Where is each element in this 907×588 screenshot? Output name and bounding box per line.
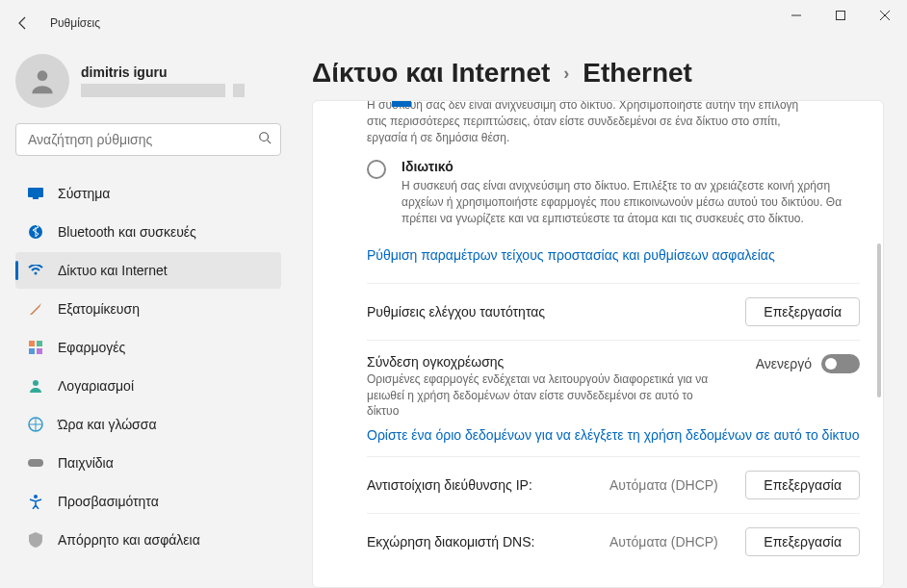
user-name: dimitris iguru bbox=[81, 64, 225, 80]
auth-title: Ρυθμίσεις ελέγχου ταυτότητας bbox=[367, 304, 545, 320]
network-type-private[interactable]: Ιδιωτικό Η συσκευή σας είναι ανιχνεύσιμη… bbox=[367, 159, 860, 226]
shield-icon bbox=[27, 531, 44, 549]
dns-value: Αυτόματα (DHCP) bbox=[609, 534, 734, 550]
dns-edit-button[interactable]: Επεξεργασία bbox=[745, 527, 860, 556]
chevron-right-icon: › bbox=[563, 64, 569, 84]
breadcrumb-parent[interactable]: Δίκτυο και Internet bbox=[312, 58, 550, 89]
svg-rect-1 bbox=[837, 12, 845, 20]
maximize-button[interactable] bbox=[818, 0, 863, 31]
sidebar-item-label: Εφαρμογές bbox=[58, 340, 125, 355]
scrollbar[interactable] bbox=[877, 109, 881, 579]
sidebar-item-label: Σύστημα bbox=[58, 186, 110, 201]
metered-title: Σύνδεση ογκοχρέωσης bbox=[367, 354, 713, 370]
sidebar-item-label: Bluetooth και συσκευές bbox=[58, 224, 196, 240]
breadcrumb: Δίκτυο και Internet › Ethernet bbox=[312, 58, 884, 89]
sidebar-item-system[interactable]: Σύστημα bbox=[15, 175, 281, 212]
search-icon bbox=[258, 131, 272, 148]
sidebar-item-personalize[interactable]: Εξατομίκευση bbox=[15, 291, 281, 327]
sidebar-item-bluetooth[interactable]: Bluetooth και συσκευές bbox=[15, 214, 281, 250]
sidebar-item-network[interactable]: Δίκτυο και Internet bbox=[15, 252, 281, 289]
private-title: Ιδιωτικό bbox=[402, 159, 844, 174]
network-type-public[interactable]: Δημόσιο (συνιστάται) Η συσκευή σας δεν ε… bbox=[338, 100, 860, 145]
radio-selected-icon bbox=[392, 100, 411, 107]
system-icon bbox=[27, 185, 44, 202]
svg-point-13 bbox=[33, 380, 39, 386]
dns-label: Εκχώρηση διακομιστή DNS: bbox=[367, 534, 598, 550]
sidebar-item-label: Ώρα και γλώσσα bbox=[58, 417, 157, 432]
app-title: Ρυθμίσεις bbox=[50, 16, 100, 30]
sidebar-item-label: Προσβασιμότητα bbox=[58, 494, 159, 509]
metered-desc: Ορισμένες εφαρμογές ενδέχεται να λειτουρ… bbox=[367, 371, 713, 420]
svg-rect-11 bbox=[29, 348, 35, 354]
svg-rect-12 bbox=[37, 348, 42, 354]
accessibility-icon bbox=[27, 493, 44, 510]
svg-line-4 bbox=[268, 141, 272, 144]
sidebar-item-label: Απόρρητο και ασφάλεια bbox=[58, 532, 200, 548]
sidebar-item-accessibility[interactable]: Προσβασιμότητα bbox=[15, 483, 281, 520]
apps-icon bbox=[27, 339, 44, 356]
minimize-button[interactable] bbox=[774, 0, 818, 31]
search-input[interactable] bbox=[15, 123, 281, 156]
gaming-icon bbox=[27, 454, 44, 472]
svg-point-8 bbox=[35, 272, 38, 275]
sidebar-item-label: Εξατομίκευση bbox=[58, 301, 140, 317]
private-desc: Η συσκευή σας είναι ανιχνεύσιμη στο δίκτ… bbox=[402, 178, 844, 226]
person-icon bbox=[27, 377, 44, 395]
svg-rect-9 bbox=[29, 341, 35, 346]
metered-toggle[interactable] bbox=[821, 354, 860, 373]
data-limit-link[interactable]: Ορίστε ένα όριο δεδομένων για να ελέγξετ… bbox=[367, 427, 860, 443]
brush-icon bbox=[27, 300, 44, 318]
breadcrumb-current: Ethernet bbox=[583, 58, 692, 89]
bluetooth-icon bbox=[27, 223, 44, 241]
sidebar-item-label: Παιχνίδια bbox=[58, 455, 114, 471]
settings-panel: Δημόσιο (συνιστάται) Η συσκευή σας δεν ε… bbox=[312, 100, 884, 588]
user-info[interactable]: dimitris iguru bbox=[15, 46, 281, 123]
sidebar-item-apps[interactable]: Εφαρμογές bbox=[15, 329, 281, 366]
ip-value: Αυτόματα (DHCP) bbox=[609, 477, 734, 493]
sidebar-item-label: Δίκτυο και Internet bbox=[58, 263, 168, 278]
svg-rect-15 bbox=[28, 459, 43, 467]
close-button[interactable] bbox=[863, 0, 907, 31]
globe-icon bbox=[27, 416, 44, 433]
auth-settings-row: Ρυθμίσεις ελέγχου ταυτότητας Επεξεργασία bbox=[367, 283, 860, 340]
avatar bbox=[15, 54, 69, 108]
user-email-redacted bbox=[81, 84, 225, 97]
ip-assignment-row: Αντιστοίχιση διεύθυνσης IP: Αυτόματα (DH… bbox=[367, 456, 860, 513]
sidebar-item-accounts[interactable]: Λογαριασμοί bbox=[15, 368, 281, 404]
svg-rect-6 bbox=[33, 197, 39, 199]
sidebar-item-time[interactable]: Ώρα και γλώσσα bbox=[15, 406, 281, 443]
sidebar: dimitris iguru Σύστημα Bluetooth και συσ… bbox=[0, 46, 289, 588]
svg-point-16 bbox=[34, 495, 38, 499]
svg-rect-5 bbox=[28, 188, 43, 197]
nav-list: Σύστημα Bluetooth και συσκευές Δίκτυο κα… bbox=[15, 175, 281, 558]
public-desc: Η συσκευή σας δεν είναι ανιχνεύσιμη στο … bbox=[367, 100, 810, 145]
sidebar-item-privacy[interactable]: Απόρρητο και ασφάλεια bbox=[15, 522, 281, 558]
svg-point-2 bbox=[38, 70, 48, 81]
radio-empty-icon bbox=[367, 160, 386, 179]
sidebar-item-label: Λογαριασμοί bbox=[58, 378, 134, 394]
ip-label: Αντιστοίχιση διεύθυνσης IP: bbox=[367, 477, 598, 493]
svg-rect-10 bbox=[37, 341, 42, 346]
ip-edit-button[interactable]: Επεξεργασία bbox=[745, 471, 860, 499]
sidebar-item-gaming[interactable]: Παιχνίδια bbox=[15, 445, 281, 481]
wifi-icon bbox=[27, 262, 44, 279]
auth-edit-button[interactable]: Επεξεργασία bbox=[745, 297, 860, 326]
dns-assignment-row: Εκχώρηση διακομιστή DNS: Αυτόματα (DHCP)… bbox=[367, 513, 860, 570]
toggle-state-label: Ανενεργό bbox=[756, 356, 812, 371]
firewall-settings-link[interactable]: Ρύθμιση παραμέτρων τείχους προστασίας κα… bbox=[367, 247, 775, 263]
back-button[interactable] bbox=[8, 8, 39, 38]
svg-point-3 bbox=[260, 133, 269, 141]
